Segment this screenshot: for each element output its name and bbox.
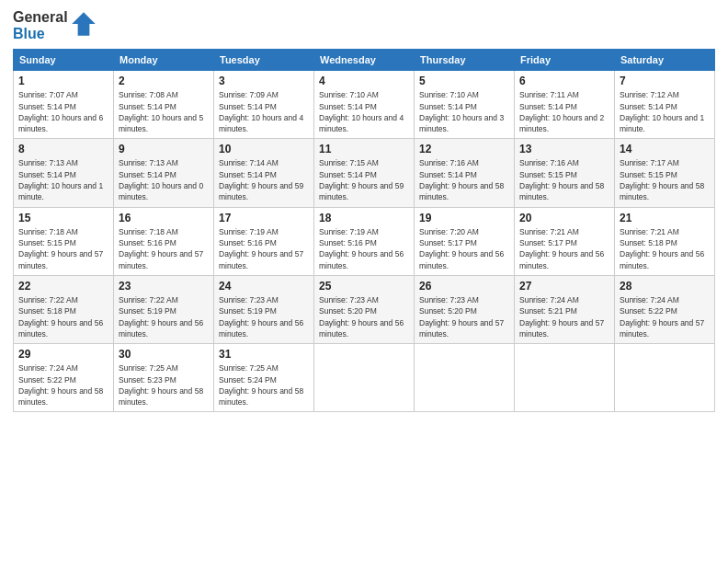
page: General Blue SundayMondayTuesdayWednesda…: [0, 0, 728, 563]
calendar-cell: 12 Sunrise: 7:16 AMSunset: 5:14 PMDaylig…: [415, 139, 515, 207]
day-number: 25: [319, 280, 409, 293]
day-info: Sunrise: 7:10 AMSunset: 5:14 PMDaylight:…: [419, 90, 504, 133]
calendar-header-tuesday: Tuesday: [214, 50, 314, 71]
calendar-cell: 15 Sunrise: 7:18 AMSunset: 5:15 PMDaylig…: [14, 207, 114, 275]
calendar-cell: 30 Sunrise: 7:25 AMSunset: 5:23 PMDaylig…: [114, 344, 214, 412]
day-number: 21: [620, 212, 710, 224]
calendar-cell: 9 Sunrise: 7:13 AMSunset: 5:14 PMDayligh…: [114, 139, 214, 207]
day-number: 4: [319, 75, 409, 87]
calendar-cell: 11 Sunrise: 7:15 AMSunset: 5:14 PMDaylig…: [314, 139, 415, 207]
day-number: 28: [620, 280, 710, 293]
calendar-header-friday: Friday: [515, 50, 615, 71]
calendar-week-row: 22 Sunrise: 7:22 AMSunset: 5:18 PMDaylig…: [14, 275, 715, 343]
calendar-cell: [314, 344, 415, 412]
day-info: Sunrise: 7:20 AMSunset: 5:17 PMDaylight:…: [419, 227, 504, 270]
calendar-cell: 6 Sunrise: 7:11 AMSunset: 5:14 PMDayligh…: [515, 71, 615, 139]
logo-text-general: General: [13, 9, 68, 26]
day-info: Sunrise: 7:23 AMSunset: 5:19 PMDaylight:…: [219, 295, 303, 339]
header: General Blue: [13, 9, 715, 41]
day-info: Sunrise: 7:15 AMSunset: 5:14 PMDaylight:…: [319, 158, 404, 201]
calendar-header-monday: Monday: [114, 50, 214, 71]
day-info: Sunrise: 7:23 AMSunset: 5:20 PMDaylight:…: [419, 295, 504, 339]
logo-icon: [71, 11, 97, 37]
calendar-header-thursday: Thursday: [415, 50, 515, 71]
day-number: 31: [219, 348, 309, 361]
day-info: Sunrise: 7:24 AMSunset: 5:22 PMDaylight:…: [18, 363, 103, 407]
calendar-cell: 24 Sunrise: 7:23 AMSunset: 5:19 PMDaylig…: [214, 275, 314, 343]
calendar-week-row: 15 Sunrise: 7:18 AMSunset: 5:15 PMDaylig…: [14, 207, 715, 275]
calendar-cell: 8 Sunrise: 7:13 AMSunset: 5:14 PMDayligh…: [14, 139, 114, 207]
calendar-cell: [515, 344, 615, 412]
day-number: 19: [419, 212, 509, 224]
calendar-cell: 26 Sunrise: 7:23 AMSunset: 5:20 PMDaylig…: [415, 275, 515, 343]
calendar-cell: [615, 344, 715, 412]
calendar-cell: [415, 344, 515, 412]
calendar-header-wednesday: Wednesday: [314, 50, 415, 71]
day-number: 6: [519, 75, 609, 87]
day-info: Sunrise: 7:08 AMSunset: 5:14 PMDaylight:…: [119, 90, 203, 133]
day-number: 10: [219, 143, 309, 155]
day-info: Sunrise: 7:24 AMSunset: 5:22 PMDaylight:…: [620, 295, 704, 339]
day-info: Sunrise: 7:17 AMSunset: 5:15 PMDaylight:…: [620, 158, 704, 201]
calendar-cell: 28 Sunrise: 7:24 AMSunset: 5:22 PMDaylig…: [615, 275, 715, 343]
day-info: Sunrise: 7:25 AMSunset: 5:24 PMDaylight:…: [219, 363, 303, 407]
day-info: Sunrise: 7:21 AMSunset: 5:18 PMDaylight:…: [620, 227, 704, 270]
day-number: 13: [519, 143, 609, 155]
day-info: Sunrise: 7:22 AMSunset: 5:18 PMDaylight:…: [18, 295, 103, 339]
day-number: 9: [119, 143, 209, 155]
day-number: 20: [519, 212, 609, 224]
day-info: Sunrise: 7:24 AMSunset: 5:21 PMDaylight:…: [519, 295, 604, 339]
calendar-cell: 25 Sunrise: 7:23 AMSunset: 5:20 PMDaylig…: [314, 275, 415, 343]
calendar-cell: 18 Sunrise: 7:19 AMSunset: 5:16 PMDaylig…: [314, 207, 415, 275]
day-info: Sunrise: 7:19 AMSunset: 5:16 PMDaylight:…: [219, 227, 303, 270]
calendar-cell: 5 Sunrise: 7:10 AMSunset: 5:14 PMDayligh…: [415, 71, 515, 139]
calendar-week-row: 8 Sunrise: 7:13 AMSunset: 5:14 PMDayligh…: [14, 139, 715, 207]
calendar-cell: 16 Sunrise: 7:18 AMSunset: 5:16 PMDaylig…: [114, 207, 214, 275]
day-info: Sunrise: 7:21 AMSunset: 5:17 PMDaylight:…: [519, 227, 604, 270]
calendar-cell: 1 Sunrise: 7:07 AMSunset: 5:14 PMDayligh…: [14, 71, 114, 139]
day-info: Sunrise: 7:22 AMSunset: 5:19 PMDaylight:…: [119, 295, 203, 339]
day-number: 24: [219, 280, 309, 293]
calendar-cell: 29 Sunrise: 7:24 AMSunset: 5:22 PMDaylig…: [14, 344, 114, 412]
day-info: Sunrise: 7:16 AMSunset: 5:15 PMDaylight:…: [519, 158, 604, 201]
calendar-week-row: 1 Sunrise: 7:07 AMSunset: 5:14 PMDayligh…: [14, 71, 715, 139]
day-info: Sunrise: 7:09 AMSunset: 5:14 PMDaylight:…: [219, 90, 303, 133]
calendar-cell: 3 Sunrise: 7:09 AMSunset: 5:14 PMDayligh…: [214, 71, 314, 139]
day-info: Sunrise: 7:19 AMSunset: 5:16 PMDaylight:…: [319, 227, 404, 270]
day-info: Sunrise: 7:18 AMSunset: 5:15 PMDaylight:…: [18, 227, 103, 270]
calendar-cell: 17 Sunrise: 7:19 AMSunset: 5:16 PMDaylig…: [214, 207, 314, 275]
calendar-header-sunday: Sunday: [14, 50, 114, 71]
day-number: 17: [219, 212, 309, 224]
calendar-cell: 13 Sunrise: 7:16 AMSunset: 5:15 PMDaylig…: [515, 139, 615, 207]
day-number: 30: [119, 348, 209, 361]
svg-marker-0: [72, 12, 95, 35]
day-number: 23: [119, 280, 209, 293]
calendar-cell: 14 Sunrise: 7:17 AMSunset: 5:15 PMDaylig…: [615, 139, 715, 207]
calendar-cell: 22 Sunrise: 7:22 AMSunset: 5:18 PMDaylig…: [14, 275, 114, 343]
day-info: Sunrise: 7:23 AMSunset: 5:20 PMDaylight:…: [319, 295, 404, 339]
day-info: Sunrise: 7:11 AMSunset: 5:14 PMDaylight:…: [519, 90, 604, 133]
day-info: Sunrise: 7:07 AMSunset: 5:14 PMDaylight:…: [18, 90, 103, 133]
day-number: 22: [18, 280, 108, 293]
day-info: Sunrise: 7:10 AMSunset: 5:14 PMDaylight:…: [319, 90, 404, 133]
day-number: 8: [18, 143, 108, 155]
day-number: 11: [319, 143, 409, 155]
calendar-cell: 2 Sunrise: 7:08 AMSunset: 5:14 PMDayligh…: [114, 71, 214, 139]
day-info: Sunrise: 7:18 AMSunset: 5:16 PMDaylight:…: [119, 227, 203, 270]
calendar-cell: 27 Sunrise: 7:24 AMSunset: 5:21 PMDaylig…: [515, 275, 615, 343]
calendar-week-row: 29 Sunrise: 7:24 AMSunset: 5:22 PMDaylig…: [14, 344, 715, 412]
calendar-header-saturday: Saturday: [615, 50, 715, 71]
day-info: Sunrise: 7:25 AMSunset: 5:23 PMDaylight:…: [119, 363, 203, 407]
day-number: 7: [620, 75, 710, 87]
calendar-cell: 21 Sunrise: 7:21 AMSunset: 5:18 PMDaylig…: [615, 207, 715, 275]
calendar-cell: 19 Sunrise: 7:20 AMSunset: 5:17 PMDaylig…: [415, 207, 515, 275]
day-info: Sunrise: 7:13 AMSunset: 5:14 PMDaylight:…: [18, 158, 103, 201]
calendar-header-row: SundayMondayTuesdayWednesdayThursdayFrid…: [14, 50, 715, 71]
calendar-cell: 20 Sunrise: 7:21 AMSunset: 5:17 PMDaylig…: [515, 207, 615, 275]
day-number: 26: [419, 280, 509, 293]
day-info: Sunrise: 7:14 AMSunset: 5:14 PMDaylight:…: [219, 158, 303, 201]
day-number: 1: [18, 75, 108, 87]
calendar-cell: 23 Sunrise: 7:22 AMSunset: 5:19 PMDaylig…: [114, 275, 214, 343]
calendar-cell: 10 Sunrise: 7:14 AMSunset: 5:14 PMDaylig…: [214, 139, 314, 207]
day-number: 2: [119, 75, 209, 87]
